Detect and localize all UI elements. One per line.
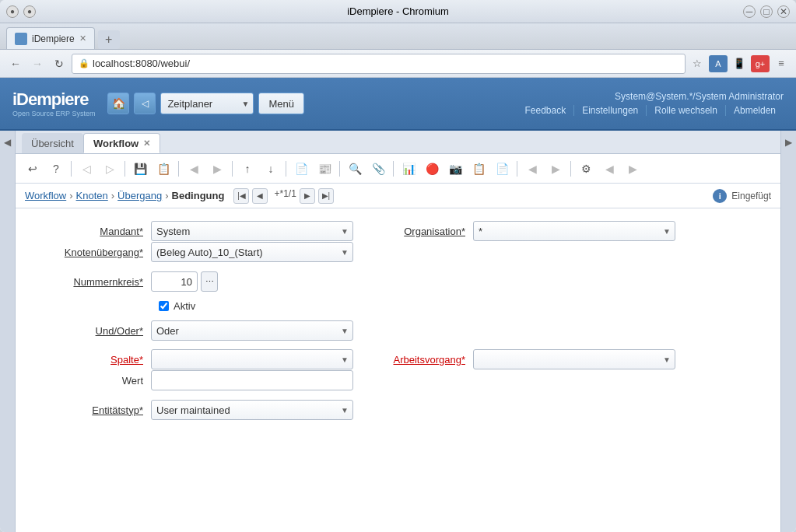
wert-row: Wert — [34, 369, 762, 391]
breadcrumb-knoten[interactable]: Knoten — [76, 190, 108, 201]
menu-button[interactable]: Menü — [258, 93, 304, 114]
wert-input[interactable] — [151, 370, 353, 390]
newspaper-button[interactable]: 📰 — [314, 158, 335, 180]
back-home-button[interactable]: ◁ — [134, 93, 156, 114]
browser-tab[interactable]: iDempiere ✕ — [6, 27, 95, 49]
content-tabs: Übersicht Workflow ✕ — [16, 131, 780, 154]
breadcrumb-prev-button[interactable]: ◀ — [252, 188, 268, 204]
prev-button: ◁ — [75, 158, 97, 180]
undoder-select[interactable]: Oder Und — [151, 320, 353, 341]
rolle-wechseln-link[interactable]: Rolle wechseln — [647, 105, 726, 116]
workflow-tab-close[interactable]: ✕ — [143, 138, 150, 149]
red-square-button[interactable]: 🔴 — [421, 158, 443, 180]
camera-button[interactable]: 📷 — [444, 158, 466, 180]
organisation-select[interactable]: * — [473, 221, 675, 241]
header-controls: 🏠 ◁ Zeitplaner ▼ Menü — [107, 93, 304, 114]
breadcrumb-nav: |◀ ◀ +*1/1 ▶ ▶| — [233, 188, 333, 204]
mandant-row: Mandant* System ▼ Organisation* * — [34, 221, 762, 241]
sidebar-right-toggle[interactable]: ▶ — [780, 131, 796, 532]
next-button: ▷ — [99, 158, 121, 180]
undoder-label: Und/Oder* — [34, 325, 151, 337]
entitaetstyp-select[interactable]: User maintained System — [151, 400, 353, 420]
window-max-icon[interactable]: □ — [760, 5, 773, 18]
breadcrumb-uebergang[interactable]: Übergang — [117, 190, 162, 201]
breadcrumb-right: i Eingefügt — [713, 189, 771, 203]
wert-label: Wert — [34, 375, 151, 387]
save-button[interactable]: 💾 — [129, 158, 151, 180]
attach-button[interactable]: 📎 — [367, 158, 389, 180]
menu-icon[interactable]: ≡ — [773, 55, 790, 72]
minimize-button[interactable]: ● — [23, 5, 36, 18]
toolbar: ↩ ? ◁ ▷ 💾 📋 ◀ ▶ ↑ ↓ 📄 📰 🔍 📎 — [16, 154, 780, 184]
feedback-link[interactable]: Feedback — [517, 105, 574, 116]
window-min-icon[interactable]: ─ — [743, 5, 756, 18]
gplus-icon[interactable]: g+ — [751, 55, 770, 72]
window-controls: ● ● — [6, 5, 36, 18]
window-close-icon[interactable]: ✕ — [777, 5, 790, 18]
knotenuebergang-select[interactable]: (Beleg Auto)_10_(Start) — [151, 242, 353, 262]
tab-close-button[interactable]: ✕ — [79, 33, 86, 44]
mandant-select[interactable]: System — [151, 221, 353, 241]
toolbar-sep-9 — [570, 161, 571, 177]
chart-button[interactable]: 📊 — [398, 158, 419, 180]
arbeitsvorgang-col: Arbeitsvorgang* ▼ — [372, 349, 675, 369]
form-area: Mandant* System ▼ Organisation* * — [16, 208, 780, 532]
toolbar-sep-7 — [393, 161, 394, 177]
nummernkreis-input[interactable] — [151, 271, 198, 292]
right-button: ▶ — [545, 158, 566, 180]
settings-button[interactable]: ⚙ — [575, 158, 597, 180]
help-button[interactable]: ? — [45, 158, 67, 180]
home-button[interactable]: 🏠 — [107, 93, 129, 114]
back-button[interactable]: ← — [6, 54, 25, 73]
content-area: Übersicht Workflow ✕ ↩ ? ◁ ▷ 💾 📋 ◀ ▶ — [16, 131, 780, 532]
aktiv-label: Aktiv — [174, 300, 195, 312]
breadcrumb-workflow[interactable]: Workflow — [25, 190, 66, 201]
translate-icon[interactable]: A — [709, 55, 728, 72]
close-button[interactable]: ● — [6, 5, 19, 18]
back-nav-button: ◀ — [598, 158, 620, 180]
tab-uebersicht[interactable]: Übersicht — [22, 133, 83, 153]
tab-label: iDempiere — [32, 33, 75, 44]
clipboard-button[interactable]: 📋 — [468, 158, 489, 180]
knotenuebergang-row: Knotenübergang* (Beleg Auto)_10_(Start) … — [34, 241, 762, 263]
spalte-row: Spalte* ▼ Arbeitsvorgang* — [34, 349, 762, 369]
breadcrumb-links: Workflow › Knoten › Übergang › Bedingung… — [25, 188, 713, 204]
undo-button[interactable]: ↩ — [22, 158, 44, 180]
organisation-select-wrapper: * ▼ — [473, 221, 675, 241]
zeitplaner-wrapper: Zeitplaner ▼ — [160, 93, 254, 114]
arbeitsvorgang-select[interactable] — [473, 349, 675, 369]
arbeitsvorgang-select-wrapper: ▼ — [473, 349, 675, 369]
mandant-col: Mandant* System ▼ — [34, 221, 353, 241]
breadcrumb-first-button[interactable]: |◀ — [233, 188, 249, 204]
toolbar-sep-1 — [71, 161, 72, 177]
spalte-select[interactable] — [151, 349, 353, 369]
einstellungen-link[interactable]: Einstellungen — [574, 105, 647, 116]
page-button[interactable]: 📄 — [491, 158, 513, 180]
uebersicht-tab-label: Übersicht — [31, 138, 74, 149]
main-area: ◀ Übersicht Workflow ✕ ↩ ? ◁ ▷ — [0, 131, 796, 532]
toolbar-sep-4 — [232, 161, 233, 177]
up-button[interactable]: ↑ — [237, 158, 258, 180]
toolbar-sep-8 — [517, 161, 517, 177]
abmelden-link[interactable]: Abmelden — [726, 105, 784, 116]
tab-workflow[interactable]: Workflow ✕ — [83, 133, 160, 153]
forward-button[interactable]: → — [28, 54, 47, 73]
bookmark-star-icon[interactable]: ☆ — [689, 55, 706, 72]
find-button[interactable]: 🔍 — [344, 158, 366, 180]
reload-button[interactable]: ↻ — [50, 54, 68, 73]
breadcrumb-last-button[interactable]: ▶| — [318, 188, 334, 204]
knotenuebergang-label: Knotenübergang* — [34, 247, 151, 258]
breadcrumb-next-button[interactable]: ▶ — [300, 188, 315, 204]
phone-icon[interactable]: 📱 — [731, 55, 748, 72]
copy-button[interactable]: 📋 — [153, 158, 174, 180]
down-button[interactable]: ↓ — [260, 158, 282, 180]
doc-button[interactable]: 📄 — [290, 158, 312, 180]
new-tab-button[interactable]: + — [98, 30, 120, 49]
aktiv-checkbox[interactable] — [159, 301, 169, 311]
sidebar-left-toggle[interactable]: ◀ — [0, 131, 16, 532]
workflow-tab-label: Workflow — [93, 138, 139, 149]
nummernkreis-pick-button[interactable]: ⋯ — [201, 271, 218, 292]
title-bar: ● ● iDempiere - Chromium ─ □ ✕ — [0, 0, 796, 23]
address-bar[interactable]: 🔒 localhost:8080/webui/ — [72, 54, 686, 74]
zeitplaner-select[interactable]: Zeitplaner — [160, 93, 254, 114]
